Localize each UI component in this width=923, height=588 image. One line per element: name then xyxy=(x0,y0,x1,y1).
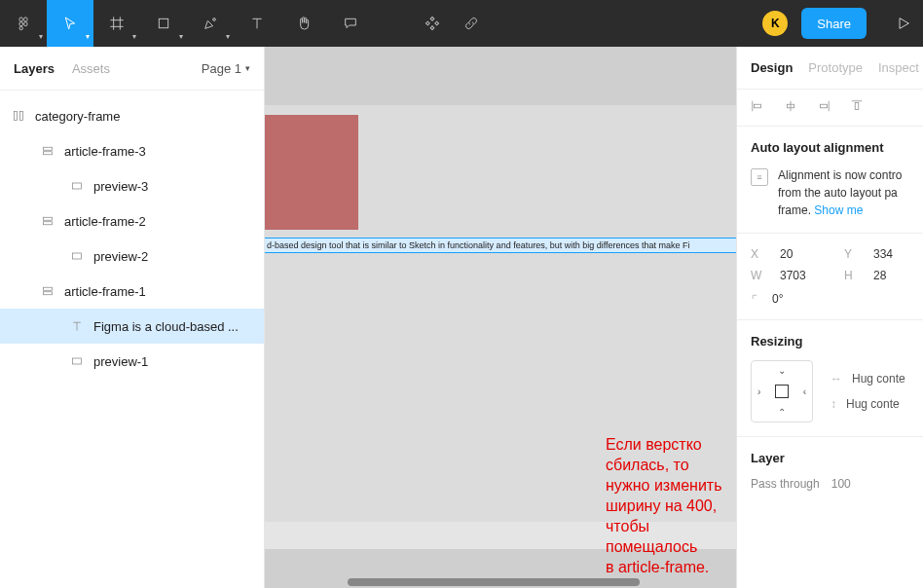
tab-layers[interactable]: Layers xyxy=(14,61,55,76)
svg-rect-4 xyxy=(19,26,22,29)
canvas-selected-text[interactable]: d-based design tool that is similar to S… xyxy=(265,238,736,253)
tree-article-frame-3[interactable]: article-frame-3 xyxy=(0,133,264,168)
shape-tool-button[interactable]: ▾ xyxy=(140,0,187,47)
w-value[interactable]: 3703 xyxy=(780,269,829,282)
right-panel-tabs: Design Prototype Inspect xyxy=(737,47,923,90)
canvas-preview-block[interactable] xyxy=(265,115,358,230)
hug-horizontal[interactable]: ↔Hug conte xyxy=(831,372,905,386)
auto-layout-h-icon xyxy=(39,285,56,297)
svg-rect-26 xyxy=(44,287,53,290)
align-left-icon[interactable] xyxy=(751,99,764,116)
auto-layout-info-text: Alignment is now contro from the auto la… xyxy=(778,166,902,219)
svg-rect-24 xyxy=(44,222,53,225)
show-me-link[interactable]: Show me xyxy=(814,203,863,217)
align-right-icon[interactable] xyxy=(817,99,831,116)
rotation-value[interactable]: 0° xyxy=(772,292,783,306)
move-tool-button[interactable]: ▾ xyxy=(47,0,93,47)
x-value[interactable]: 20 xyxy=(780,247,829,261)
blend-mode[interactable]: Pass through xyxy=(751,477,820,491)
left-panel: Layers Assets Page 1 ▾ category-frame ar… xyxy=(0,47,265,588)
h-value[interactable]: 28 xyxy=(873,269,922,282)
tab-prototype[interactable]: Prototype xyxy=(808,60,863,75)
chevron-right-icon: › xyxy=(757,386,760,397)
canvas[interactable]: d-based design tool that is similar to S… xyxy=(265,47,736,588)
tab-assets[interactable]: Assets xyxy=(72,61,110,76)
svg-rect-0 xyxy=(19,18,22,21)
svg-rect-30 xyxy=(73,358,82,364)
svg-rect-23 xyxy=(44,217,53,220)
text-icon xyxy=(68,320,86,332)
tree-preview-2[interactable]: preview-2 xyxy=(0,239,264,274)
figma-menu-button[interactable]: ▾ xyxy=(0,0,47,47)
info-icon: ≡ xyxy=(751,168,768,186)
svg-rect-13 xyxy=(430,17,434,20)
components-button[interactable] xyxy=(413,0,452,47)
tree-preview-1[interactable]: preview-1 xyxy=(0,344,264,379)
link-button[interactable] xyxy=(452,0,491,47)
avatar-initial: K xyxy=(771,17,780,30)
chevron-down-icon: ⌄ xyxy=(778,365,786,376)
tab-design[interactable]: Design xyxy=(751,60,793,75)
hand-tool-button[interactable] xyxy=(280,0,327,47)
tree-label: Figma is a cloud-based ... xyxy=(93,319,264,334)
tree-label: preview-2 xyxy=(93,249,264,264)
right-panel: Design Prototype Inspect Auto layout ali… xyxy=(736,47,923,588)
tree-label: article-frame-1 xyxy=(64,284,264,299)
tree-preview-3[interactable]: preview-3 xyxy=(0,168,264,203)
align-top-icon[interactable] xyxy=(850,99,864,116)
chevron-up-icon: ⌃ xyxy=(778,407,786,418)
svg-rect-27 xyxy=(44,292,53,295)
auto-layout-section: Auto layout alignment ≡ Alignment is now… xyxy=(737,127,923,234)
comment-tool-button[interactable] xyxy=(327,0,374,47)
tree-selected-text-layer[interactable]: Figma is a cloud-based ... xyxy=(0,309,264,344)
main-area: Layers Assets Page 1 ▾ category-frame ar… xyxy=(0,47,923,588)
tree-label: preview-3 xyxy=(93,179,264,194)
svg-rect-9 xyxy=(159,18,167,27)
canvas-scrollbar[interactable] xyxy=(348,578,640,586)
svg-rect-25 xyxy=(73,253,82,259)
svg-rect-2 xyxy=(19,22,22,26)
resize-box[interactable]: ⌄ ⌃ › ‹ xyxy=(751,360,813,423)
chevron-down-icon: ▾ xyxy=(179,32,183,41)
svg-rect-21 xyxy=(44,152,53,155)
auto-layout-title: Auto layout alignment xyxy=(751,140,909,155)
text-tool-button[interactable] xyxy=(234,0,280,47)
auto-layout-icon xyxy=(10,110,27,122)
alignment-controls xyxy=(737,90,923,127)
page-selector[interactable]: Page 1 ▾ xyxy=(202,61,250,76)
tree-article-frame-2[interactable]: article-frame-2 xyxy=(0,203,264,239)
svg-rect-18 xyxy=(15,112,18,121)
resizing-title: Resizing xyxy=(751,334,909,349)
y-label: Y xyxy=(844,247,858,261)
svg-rect-3 xyxy=(24,22,27,26)
tab-inspect[interactable]: Inspect xyxy=(878,60,919,75)
opacity-value[interactable]: 100 xyxy=(831,477,851,491)
svg-rect-19 xyxy=(20,112,23,121)
auto-layout-h-icon xyxy=(39,215,56,227)
layer-section-title: Layer xyxy=(751,451,909,465)
transform-section: X 20 Y 334 W 3703 H 28 0° xyxy=(737,234,923,320)
svg-marker-17 xyxy=(900,18,908,29)
pen-tool-button[interactable]: ▾ xyxy=(187,0,234,47)
annotation-text: Если верстко сбилась, то нужно изменить … xyxy=(606,434,736,577)
svg-rect-16 xyxy=(435,21,439,25)
user-avatar[interactable]: K xyxy=(762,11,788,36)
tree-label: article-frame-2 xyxy=(64,214,264,229)
share-button[interactable]: Share xyxy=(801,8,867,39)
align-hcenter-icon[interactable] xyxy=(784,99,797,116)
svg-rect-14 xyxy=(430,26,434,30)
chevron-down-icon: ▾ xyxy=(226,32,230,41)
tree-article-frame-1[interactable]: article-frame-1 xyxy=(0,274,264,309)
resize-v-icon: ↕ xyxy=(831,397,836,411)
hug-vertical[interactable]: ↕Hug conte xyxy=(831,397,905,411)
y-value[interactable]: 334 xyxy=(873,247,922,261)
svg-rect-40 xyxy=(855,103,859,110)
svg-rect-34 xyxy=(755,104,761,108)
auto-layout-h-icon xyxy=(39,145,56,157)
svg-rect-38 xyxy=(821,104,828,108)
left-panel-tabs: Layers Assets Page 1 ▾ xyxy=(0,47,264,90)
svg-rect-20 xyxy=(44,147,53,150)
tree-category-frame[interactable]: category-frame xyxy=(0,98,264,133)
frame-tool-button[interactable]: ▾ xyxy=(93,0,140,47)
present-button[interactable] xyxy=(884,16,923,31)
